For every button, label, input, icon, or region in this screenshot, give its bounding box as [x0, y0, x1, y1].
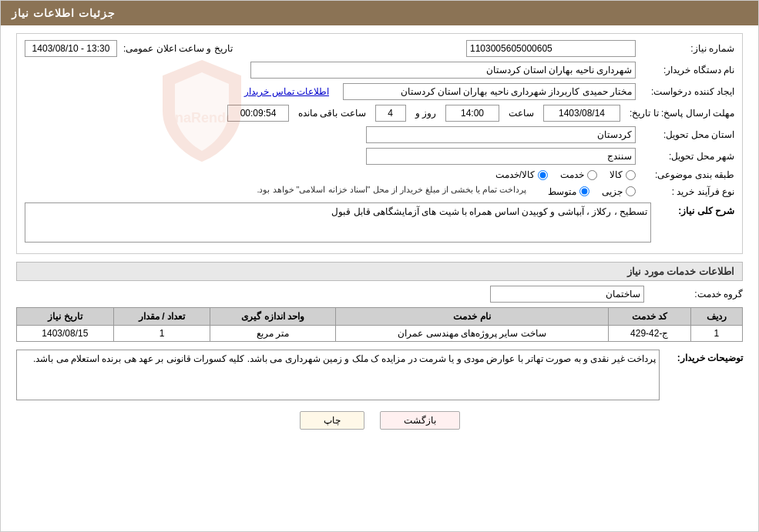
shomara-niaz-label: شماره نیاز: — [642, 43, 734, 54]
cell-tarikh-niaz: 1403/08/15 — [17, 326, 114, 342]
radio-jozii[interactable] — [626, 186, 636, 196]
row-ostan-tahvil: استان محل تحویل: — [25, 126, 734, 143]
row-tosifat: توضیحات خریدار: پرداخت غیر نقدی و به صور… — [16, 350, 743, 400]
row-tabaqe: طبقه بندی موضوعی: کالا خدمت کالا/خدمت — [25, 169, 734, 180]
tosifat-textarea[interactable]: پرداخت غیر نقدی و به صورت تهاتر با عوارض… — [16, 350, 660, 400]
cell-kod-khedmat: ج-42-429 — [608, 326, 690, 342]
farayand-note: پرداخت تمام یا بخشی از مبلغ خریدار از مح… — [257, 185, 526, 195]
radio-kala-khedmat[interactable] — [538, 170, 548, 180]
table-row: 1 ج-42-429 ساخت سایر پروژه‌های مهندسی عم… — [17, 326, 743, 342]
mohlat-label: مهلت ارسال پاسخ: تا تاریخ: — [626, 108, 734, 119]
ijad-konandeh-input[interactable] — [343, 83, 636, 100]
baqi-label: ساعت باقی مانده — [298, 108, 366, 119]
row-shahr-tahvil: شهر محل تحویل: — [25, 148, 734, 165]
col-kod-khedmat: کد خدمت — [608, 308, 690, 326]
row-sharh: شرح کلی نیاز: تسطیح ، رکلاز ، آبپاشی و ک… — [25, 202, 734, 243]
saat-label: ساعت — [509, 108, 534, 119]
radio-motavasset-item[interactable]: متوسط — [548, 186, 589, 197]
goroh-khedmat-label: گروه خدمت: — [650, 289, 743, 299]
ettelaat-tamas-link[interactable]: اطلاعات تماس خریدار — [244, 86, 329, 97]
radio-kala-khedmat-label: کالا/خدمت — [495, 169, 535, 180]
page-wrapper: جزئیات اطلاعات نیاز AnaRender شماره نیاز… — [0, 0, 759, 532]
radio-khedmat-item[interactable]: خدمت — [560, 169, 597, 180]
ijad-konandeh-label: ایجاد کننده درخواست: — [642, 86, 734, 97]
tosifat-label: توضیحات خریدار: — [666, 353, 743, 363]
header-bar: جزئیات اطلاعات نیاز — [1, 1, 758, 25]
services-table: ردیف کد خدمت نام خدمت واحد اندازه گیری ت… — [16, 307, 743, 342]
shomara-niaz-input[interactable] — [466, 40, 636, 57]
shahr-tahvil-input[interactable] — [366, 148, 636, 165]
radio-khedmat-label: خدمت — [560, 169, 584, 180]
row-goroh-khedmat: گروه خدمت: — [16, 286, 743, 303]
ostan-tahvil-input[interactable] — [366, 126, 636, 143]
radio-kala-label: کالا — [610, 169, 623, 180]
cell-name-khedmat: ساخت سایر پروژه‌های مهندسی عمران — [336, 326, 608, 342]
cell-radif: 1 — [690, 326, 742, 342]
radio-kala-item[interactable]: کالا — [610, 169, 636, 180]
services-section: اطلاعات خدمات مورد نیاز گروه خدمت: ردیف … — [16, 262, 743, 400]
cell-vahed: متر مربع — [210, 326, 336, 342]
radio-kala-khedmat-item[interactable]: کالا/خدمت — [495, 169, 548, 180]
nam-dastgah-input[interactable] — [250, 62, 636, 79]
content-area: AnaRender شماره نیاز: تاریخ و ساعت اعلان… — [1, 25, 758, 445]
radio-khedmat[interactable] — [587, 170, 597, 180]
row-ijad-konandeh: ایجاد کننده درخواست: اطلاعات تماس خریدار — [25, 83, 734, 100]
radio-jozii-label: جزیی — [602, 186, 623, 197]
tabaqe-radio-group: کالا خدمت کالا/خدمت — [495, 169, 636, 180]
saat-input[interactable] — [445, 105, 499, 122]
shahr-tahvil-label: شهر محل تحویل: — [642, 151, 734, 162]
col-tedad: تعداد / مقدار — [113, 308, 210, 326]
roz-label: روز و — [415, 108, 436, 119]
farayand-radio-group: جزیی متوسط — [548, 186, 636, 197]
sharh-label: شرح کلی نیاز: — [657, 206, 734, 216]
back-button[interactable]: بازگشت — [380, 411, 460, 430]
page-title: جزئیات اطلاعات نیاز — [12, 7, 116, 19]
ostan-tahvil-label: استان محل تحویل: — [642, 129, 734, 140]
row-shomara-tarikh: شماره نیاز: تاریخ و ساعت اعلان عمومی: — [25, 40, 734, 57]
radio-kala[interactable] — [626, 170, 636, 180]
col-radif: ردیف — [690, 308, 742, 326]
col-tarikh-niaz: تاریخ نیاز — [17, 308, 114, 326]
cell-tedad: 1 — [113, 326, 210, 342]
radio-jozii-item[interactable]: جزیی — [602, 186, 636, 197]
radio-motavasset-label: متوسط — [548, 186, 576, 197]
button-row: بازگشت چاپ — [16, 411, 743, 430]
col-name-khedmat: نام خدمت — [336, 308, 608, 326]
khadamat-title: اطلاعات خدمات مورد نیاز — [16, 262, 743, 281]
baqi-input[interactable] — [227, 105, 289, 122]
tarikh-saat-input[interactable] — [25, 40, 117, 57]
row-mohlat: مهلت ارسال پاسخ: تا تاریخ: ساعت روز و سا… — [25, 105, 734, 122]
roz-input[interactable] — [375, 105, 406, 122]
nooe-farayand-label: نوع فرآیند خرید : — [642, 186, 734, 197]
row-nooe-farayand: نوع فرآیند خرید : جزیی متوسط پرداخت تمام… — [25, 185, 734, 198]
print-button[interactable]: چاپ — [300, 411, 364, 430]
main-form-section: AnaRender شماره نیاز: تاریخ و ساعت اعلان… — [16, 33, 743, 254]
sharh-textarea[interactable]: تسطیح ، رکلاز ، آبپاشی و کوبیدن اساس همر… — [25, 202, 651, 243]
tabaqe-label: طبقه بندی موضوعی: — [642, 169, 734, 180]
goroh-khedmat-input[interactable] — [490, 286, 644, 303]
row-nam-dastgah: نام دستگاه خریدار: — [25, 62, 734, 79]
nam-dastgah-label: نام دستگاه خریدار: — [642, 65, 734, 75]
radio-motavasset[interactable] — [579, 186, 589, 196]
tarikh-input[interactable] — [543, 105, 620, 122]
col-vahed: واحد اندازه گیری — [210, 308, 336, 326]
tarikh-saat-label: تاریخ و ساعت اعلان عمومی: — [123, 43, 233, 54]
